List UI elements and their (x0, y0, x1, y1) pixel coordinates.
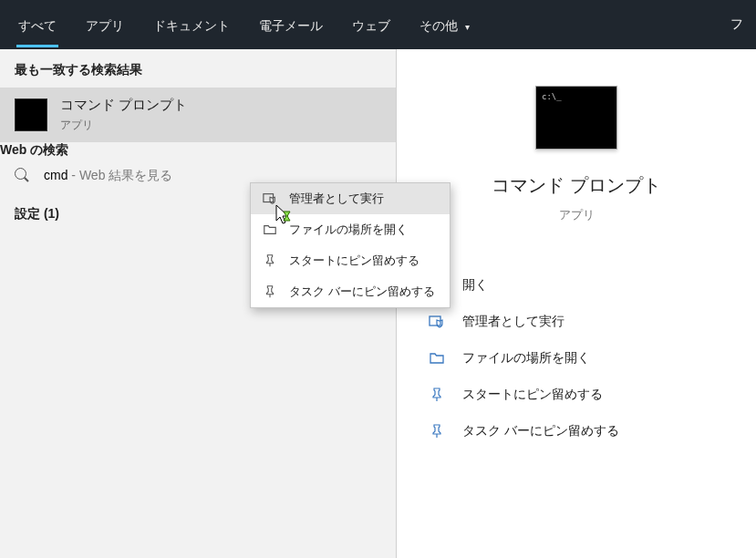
web-suffix: - Web 結果を見る (67, 168, 172, 182)
result-title: コマンド プロンプト (60, 97, 187, 114)
tab-all[interactable]: すべて (4, 2, 71, 47)
tab-email[interactable]: 電子メール (244, 2, 337, 47)
tab-apps[interactable]: アプリ (71, 2, 139, 47)
shield-admin-icon (428, 313, 446, 331)
search-category-tabs: すべて アプリ ドキュメント 電子メール ウェブ その他 ▾ フ (0, 0, 756, 49)
ctx-open-location[interactable]: ファイルの場所を開く (251, 214, 450, 245)
preview-actions: 開く 管理者として実行 ファイルの場所を開く スタートにピン留めする (397, 267, 756, 450)
pin-icon (428, 422, 446, 440)
chevron-down-icon: ▾ (465, 22, 470, 32)
pin-icon (428, 386, 446, 404)
tab-label: 電子メール (259, 18, 323, 33)
action-pin-taskbar[interactable]: タスク バーにピン留めする (422, 413, 730, 450)
ctx-label: 管理者として実行 (289, 191, 384, 207)
tab-documents[interactable]: ドキュメント (139, 2, 244, 47)
tab-label: ウェブ (352, 18, 390, 33)
action-pin-start[interactable]: スタートにピン留めする (422, 377, 730, 413)
preview-panel: コマンド プロンプト アプリ 開く 管理者として実行 ファイルの場所を開く (397, 49, 756, 558)
preview-app-icon (535, 86, 617, 150)
tab-label: その他 (419, 18, 458, 33)
pin-icon (262, 284, 278, 300)
ctx-label: ファイルの場所を開く (289, 222, 408, 238)
action-label: タスク バーにピン留めする (462, 423, 619, 439)
ctx-label: タスク バーにピン留めする (289, 284, 435, 300)
section-web-search: Web の検索 (0, 142, 396, 159)
tab-label: ドキュメント (153, 18, 230, 33)
action-label: 開く (462, 277, 488, 294)
action-label: スタートにピン留めする (462, 387, 603, 403)
action-run-admin[interactable]: 管理者として実行 (422, 304, 730, 340)
preview-title: コマンド プロンプト (492, 173, 661, 198)
ctx-run-admin[interactable]: 管理者として実行 (251, 183, 450, 214)
preview-subtitle: アプリ (559, 207, 595, 223)
tab-web[interactable]: ウェブ (337, 2, 405, 47)
web-query: cmd (44, 168, 67, 182)
action-open[interactable]: 開く (422, 267, 730, 304)
tab-label: すべて (18, 18, 57, 33)
tab-more[interactable]: その他 ▾ (405, 2, 484, 47)
result-subtitle: アプリ (60, 118, 187, 133)
ctx-pin-taskbar[interactable]: タスク バーにピン留めする (251, 276, 450, 307)
tab-truncated-right: フ (730, 16, 752, 33)
action-label: ファイルの場所を開く (462, 350, 590, 367)
command-prompt-icon (15, 98, 47, 131)
action-label: 管理者として実行 (462, 314, 564, 330)
ctx-pin-start[interactable]: スタートにピン留めする (251, 245, 450, 276)
search-icon (15, 168, 31, 184)
section-best-match: 最も一致する検索結果 (0, 49, 396, 88)
folder-icon (428, 349, 446, 367)
folder-icon (262, 222, 278, 238)
shield-admin-icon (262, 191, 278, 207)
ctx-label: スタートにピン留めする (289, 253, 419, 269)
action-open-location[interactable]: ファイルの場所を開く (422, 340, 730, 377)
pin-icon (262, 253, 278, 269)
tab-label: アプリ (86, 18, 124, 33)
context-menu: 管理者として実行 ファイルの場所を開く スタートにピン留めする タスク バーにピ… (250, 182, 450, 308)
search-result-item[interactable]: コマンド プロンプト アプリ (0, 88, 396, 142)
